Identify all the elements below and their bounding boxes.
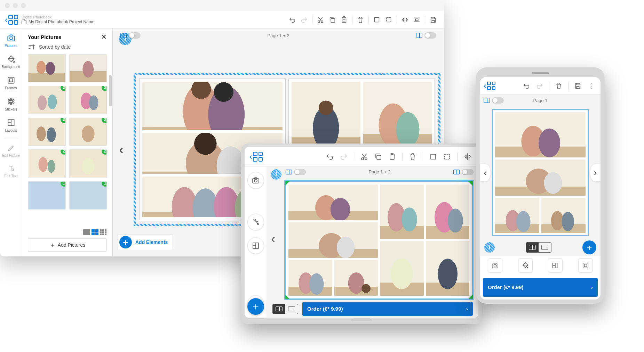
sidebar-item-pictures[interactable]: Pictures <box>0 30 22 51</box>
prev-page-button[interactable]: ‹ <box>267 228 279 249</box>
view-medium-icon[interactable] <box>92 229 98 235</box>
left-layout-toggle[interactable] <box>120 32 141 39</box>
photo-slot[interactable] <box>142 82 283 130</box>
add-pictures-button[interactable]: ＋Add Pictures <box>28 238 107 252</box>
flip-button[interactable] <box>462 151 474 163</box>
close-panel-button[interactable]: ✕ <box>101 33 107 40</box>
thumbnail[interactable]: 1 <box>69 181 107 210</box>
copy-button[interactable] <box>372 151 384 163</box>
select-marquee-button[interactable] <box>441 151 453 163</box>
view-mode-toggle[interactable] <box>272 304 298 314</box>
save-button[interactable] <box>572 80 584 92</box>
more-menu-button[interactable]: ⋮ <box>585 80 597 92</box>
cut-button[interactable] <box>358 151 370 163</box>
distribute-button[interactable] <box>411 14 423 26</box>
flip-horizontal-button[interactable] <box>399 14 411 26</box>
sidebar-item-edit-picture[interactable]: Edit Picture <box>0 140 22 161</box>
photo-slot[interactable] <box>495 112 586 157</box>
info-button[interactable]: i <box>484 242 495 253</box>
photo-slot[interactable] <box>288 222 378 258</box>
layouts-tool[interactable] <box>247 237 264 254</box>
delete-button[interactable] <box>553 80 565 92</box>
single-view-option[interactable] <box>539 243 551 252</box>
view-mode-toggle[interactable] <box>526 242 551 253</box>
background-tool[interactable] <box>247 214 264 230</box>
pictures-tool[interactable] <box>247 172 264 189</box>
thumbnail[interactable]: 2 <box>69 86 107 114</box>
sidebar-item-frames[interactable]: Frames <box>0 72 22 93</box>
background-tool[interactable] <box>518 258 533 273</box>
cut-button[interactable] <box>315 14 326 26</box>
select-button[interactable] <box>371 14 383 26</box>
save-button[interactable] <box>427 14 439 26</box>
thumbnail[interactable]: 2 <box>28 118 66 146</box>
photo-slot[interactable] <box>334 260 378 296</box>
delete-button[interactable] <box>407 151 419 163</box>
page-spread[interactable] <box>284 180 474 300</box>
sidebar-item-layouts[interactable]: Layouts <box>0 115 22 136</box>
select-button[interactable] <box>427 151 439 163</box>
photo-slot[interactable] <box>288 260 332 296</box>
thumbnail[interactable]: 1 <box>28 181 66 210</box>
select-marquee-button[interactable] <box>383 14 395 26</box>
prev-page-button[interactable]: ‹ <box>113 139 130 160</box>
thumbnail[interactable]: 2 <box>28 86 66 114</box>
sidebar-item-edit-text[interactable]: Edit Text <box>0 161 22 181</box>
pictures-tool[interactable] <box>488 258 502 273</box>
layout-toggle[interactable] <box>484 97 504 104</box>
frames-tool[interactable] <box>578 258 593 273</box>
spread-view-option[interactable] <box>273 304 285 314</box>
redo-button[interactable] <box>534 80 546 92</box>
window-dot[interactable] <box>21 3 26 8</box>
delete-button[interactable] <box>355 14 366 26</box>
left-layout-toggle[interactable] <box>286 169 306 175</box>
prev-page-button[interactable]: ‹ <box>480 164 491 181</box>
undo-button[interactable] <box>520 80 532 92</box>
info-button[interactable]: i <box>271 169 281 180</box>
right-layout-toggle[interactable] <box>416 32 436 39</box>
thumbnail[interactable]: 2 <box>28 149 66 178</box>
view-large-icon[interactable] <box>83 229 90 235</box>
sidebar-item-stickers[interactable]: Stickers <box>0 93 22 115</box>
view-small-icon[interactable] <box>100 229 107 235</box>
back-to-projects-button[interactable]: ‹ <box>484 81 495 91</box>
page-right <box>380 185 469 296</box>
paste-button[interactable] <box>386 151 398 163</box>
paste-button[interactable] <box>338 14 350 26</box>
thumbnail[interactable] <box>28 54 66 82</box>
thumbnail[interactable]: 2 <box>69 118 107 146</box>
back-to-projects-button[interactable]: ‹ <box>5 15 18 25</box>
right-layout-toggle[interactable] <box>453 169 474 175</box>
order-button[interactable]: Order (€* 9.99)› <box>302 302 473 316</box>
redo-button[interactable] <box>298 14 310 26</box>
sidebar-item-background[interactable]: Background <box>0 51 22 72</box>
redo-button[interactable] <box>338 151 350 163</box>
photo-slot[interactable] <box>426 185 470 239</box>
photo-slot[interactable] <box>288 185 378 220</box>
thumbnail[interactable] <box>69 54 107 82</box>
photo-slot[interactable] <box>495 198 539 233</box>
scrollbar-thumb[interactable] <box>109 75 112 106</box>
single-view-option[interactable] <box>285 304 298 314</box>
undo-button[interactable] <box>324 151 336 163</box>
spread-view-option[interactable] <box>526 243 539 252</box>
undo-button[interactable] <box>286 14 298 26</box>
sort-control[interactable]: Sorted by date <box>22 44 112 54</box>
photo-slot[interactable] <box>426 241 470 296</box>
order-button[interactable]: Order (€* 9.99)› <box>483 278 598 297</box>
add-elements-button[interactable]: ＋ <box>582 240 596 254</box>
window-dot[interactable] <box>13 3 18 8</box>
window-dot[interactable] <box>5 3 10 8</box>
photo-slot[interactable] <box>380 241 424 296</box>
add-elements-button[interactable]: ＋ Add Elements <box>118 234 173 250</box>
photo-slot[interactable] <box>495 159 586 196</box>
back-to-projects-button[interactable]: ‹ <box>249 152 263 162</box>
photo-slot[interactable] <box>541 198 586 233</box>
next-page-button[interactable]: › <box>590 164 601 181</box>
add-elements-button[interactable]: ＋ <box>247 298 264 315</box>
layouts-tool[interactable] <box>548 258 563 273</box>
photo-slot[interactable] <box>380 185 424 239</box>
thumbnail[interactable]: 2 <box>69 149 107 178</box>
page[interactable] <box>492 109 589 236</box>
copy-button[interactable] <box>326 14 338 26</box>
